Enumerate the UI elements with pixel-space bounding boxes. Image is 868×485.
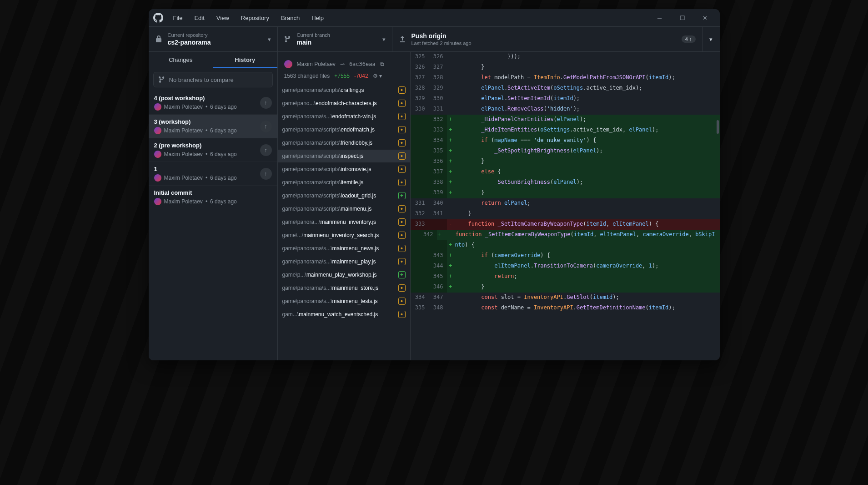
scrollbar-thumb[interactable] bbox=[717, 120, 719, 134]
close-button[interactable]: ✕ bbox=[695, 11, 715, 25]
file-modified-icon bbox=[398, 218, 406, 226]
new-line-number: 340 bbox=[429, 198, 447, 209]
file-row[interactable]: game\panorama\scripts\inspect.js bbox=[278, 150, 410, 163]
file-row[interactable]: game\panorama\scripts\mainmenu.js bbox=[278, 202, 410, 216]
file-row[interactable]: game\panorama\scripts\friendlobby.js bbox=[278, 136, 410, 150]
new-line-number: 341 bbox=[429, 209, 447, 219]
menu-help[interactable]: Help bbox=[307, 13, 328, 23]
code-text: else { bbox=[454, 167, 720, 177]
commit-item-meta: Maxim Poletaev • 6 days ago bbox=[154, 151, 256, 158]
commit-time: 6 days ago bbox=[210, 104, 237, 110]
tab-history[interactable]: History bbox=[213, 52, 277, 68]
lock-icon bbox=[155, 35, 162, 43]
code-text: _SetSpotlightBrightness(elPanel); bbox=[454, 146, 720, 157]
current-branch-selector[interactable]: Current branch main ▾ bbox=[278, 27, 392, 51]
diff-sign bbox=[447, 104, 454, 115]
commit-item[interactable]: Initial commitMaxim Poletaev • 6 days ag… bbox=[149, 186, 277, 209]
file-modified-icon bbox=[398, 258, 406, 265]
file-row[interactable]: game\panorama\scripts\crafting.js bbox=[278, 84, 410, 97]
file-row[interactable]: gam...\mainmenu_watch_eventsched.js bbox=[278, 308, 410, 321]
diff-line: 332+ _HidePanelCharEntities(elPanel); bbox=[411, 115, 720, 125]
diff-sign: + bbox=[447, 136, 454, 146]
file-path: game\panorama\scripts\intromovie.js bbox=[282, 166, 395, 172]
diff-sign bbox=[447, 73, 454, 83]
push-title: Push origin bbox=[411, 32, 472, 40]
menu-edit[interactable]: Edit bbox=[190, 13, 209, 23]
menu-view[interactable]: View bbox=[212, 13, 234, 23]
compare-placeholder: No branches to compare bbox=[169, 76, 234, 83]
file-path: game\panorama\scripts\loadout_grid.js bbox=[282, 192, 395, 199]
commit-history-list: 4 (post workshop)Maxim Poletaev • 6 days… bbox=[149, 91, 277, 360]
file-row[interactable]: game\panorama\scripts\loadout_grid.js bbox=[278, 189, 410, 202]
file-row[interactable]: game\panorama\s...\mainmenu_store.js bbox=[278, 282, 410, 295]
diff-line: 339+ } bbox=[411, 188, 720, 198]
file-row[interactable]: game\p...\mainmenu_play_workshop.js bbox=[278, 268, 410, 282]
chevron-down-icon: ▾ bbox=[709, 36, 712, 43]
menu-repository[interactable]: Repository bbox=[236, 13, 274, 23]
code-text: _HidePanelCharEntities(elPanel); bbox=[454, 115, 720, 125]
file-row[interactable]: game\panorama\scripts\endofmatch.js bbox=[278, 123, 410, 136]
code-text: nto) { bbox=[454, 240, 720, 251]
old-line-number bbox=[411, 230, 423, 240]
commit-item-title: 1 bbox=[154, 166, 256, 172]
chevron-down-icon: ▾ bbox=[382, 36, 386, 43]
menu-branch[interactable]: Branch bbox=[276, 13, 304, 23]
commit-item[interactable]: 1Maxim Poletaev • 6 days ago↑ bbox=[149, 162, 277, 186]
diff-viewer[interactable]: 325326 }));326327 }327328 let modelPath … bbox=[411, 52, 720, 360]
old-line-number bbox=[411, 167, 429, 177]
file-row[interactable]: game\panorama\scripts\intromovie.js bbox=[278, 163, 410, 176]
commit-item[interactable]: 3 (workshop)Maxim Poletaev • 6 days ago↑ bbox=[149, 115, 277, 138]
file-path: game\pano...\endofmatch-characters.js bbox=[282, 100, 395, 106]
diff-line: 325326 })); bbox=[411, 52, 720, 62]
file-row[interactable]: game\...\mainmenu_inventory_search.js bbox=[278, 229, 410, 242]
branch-icon bbox=[284, 35, 291, 43]
file-path: game\panorama\scripts\friendlobby.js bbox=[282, 140, 395, 146]
new-line-number: 330 bbox=[429, 94, 447, 104]
file-row[interactable]: game\pano...\endofmatch-characters.js bbox=[278, 97, 410, 110]
commit-item-meta: Maxim Poletaev • 6 days ago bbox=[154, 127, 256, 134]
file-modified-icon bbox=[398, 284, 406, 292]
menubar: FileEditViewRepositoryBranchHelp bbox=[169, 13, 328, 23]
new-line-number: 348 bbox=[429, 303, 447, 313]
diff-sign bbox=[447, 209, 454, 219]
file-row[interactable]: game\panorama\s...\mainmenu_news.js bbox=[278, 242, 410, 255]
file-row[interactable]: game\panorama\s...\endofmatch-win.js bbox=[278, 110, 410, 123]
file-row[interactable]: game\panorama\s...\mainmenu_play.js bbox=[278, 255, 410, 268]
file-modified-icon bbox=[398, 100, 406, 107]
commit-author: Maxim Poletaev bbox=[164, 198, 203, 205]
diff-line: 334+ if (mapName === 'de_nuke_vanity') { bbox=[411, 136, 720, 146]
minimize-button[interactable]: ─ bbox=[650, 11, 670, 25]
new-line-number: 344 bbox=[429, 261, 447, 272]
compare-branch-input[interactable]: No branches to compare bbox=[153, 72, 273, 87]
current-repository-selector[interactable]: Current repository cs2-panorama ▾ bbox=[149, 27, 278, 51]
diff-line: 331340 return elPanel; bbox=[411, 198, 720, 209]
new-line-number: 346 bbox=[429, 282, 447, 293]
file-modified-icon bbox=[398, 232, 406, 239]
avatar bbox=[154, 151, 161, 158]
code-text: } bbox=[454, 188, 720, 198]
commit-author: Maxim Poletaev bbox=[164, 151, 203, 157]
diff-sign: + bbox=[447, 272, 454, 282]
commit-item[interactable]: 2 (pre workshop)Maxim Poletaev • 6 days … bbox=[149, 138, 277, 162]
diff-line: 328329 elPanel.SetActiveItem(oSettings.a… bbox=[411, 83, 720, 94]
old-line-number bbox=[411, 251, 429, 261]
app-window: FileEditViewRepositoryBranchHelp ─ ☐ ✕ C… bbox=[149, 9, 720, 360]
code-text: elItemPanel.TransitionToCamera(cameraOve… bbox=[454, 261, 720, 272]
repo-label: Current repository bbox=[168, 32, 211, 38]
diff-sign: + bbox=[447, 157, 454, 167]
old-line-number: 333 bbox=[411, 219, 429, 230]
menu-file[interactable]: File bbox=[169, 13, 187, 23]
push-origin-button[interactable]: Push origin Last fetched 2 minutes ago 4… bbox=[392, 27, 702, 51]
code-text: } bbox=[454, 209, 720, 219]
file-list: game\panorama\scripts\crafting.jsgame\pa… bbox=[278, 82, 410, 360]
file-row[interactable]: game\panorama\s...\mainmenu_tests.js bbox=[278, 295, 410, 308]
diff-line: 342+ function _SetItemCameraByWeaponType… bbox=[411, 230, 720, 240]
gear-icon[interactable]: ⚙ ▾ bbox=[373, 73, 382, 79]
file-modified-icon bbox=[398, 245, 406, 252]
tab-changes[interactable]: Changes bbox=[149, 52, 213, 68]
commit-item[interactable]: 4 (post workshop)Maxim Poletaev • 6 days… bbox=[149, 91, 277, 115]
file-row[interactable]: game\panorama\scripts\itemtile.js bbox=[278, 176, 410, 189]
maximize-button[interactable]: ☐ bbox=[672, 11, 692, 25]
file-row[interactable]: game\panora...\mainmenu_inventory.js bbox=[278, 216, 410, 229]
push-more-button[interactable]: ▾ bbox=[702, 27, 720, 51]
